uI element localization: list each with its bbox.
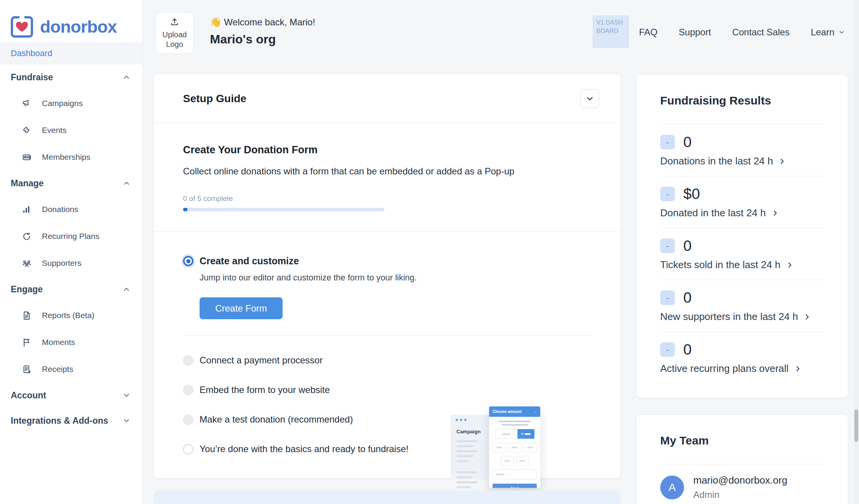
setup-guide-header: Setup Guide — [154, 74, 621, 123]
top-nav: FAQ Support Contact Sales Learn — [639, 25, 845, 40]
sidebar-item-label: Donations — [42, 205, 78, 214]
option-label: You’re done with the basics and ready to… — [200, 444, 408, 454]
fundraising-results-title: Fundraising Results — [636, 75, 848, 107]
sidebar-item-events[interactable]: Events — [0, 117, 142, 144]
amount-grid-mock — [501, 456, 529, 466]
radio-ready-to-fundraise[interactable] — [183, 444, 193, 454]
donorbox-dashboard: donorbox Dashboard Fundraise Campaigns E… — [0, 0, 859, 504]
radio-connect-payment-processor[interactable] — [183, 355, 193, 366]
logo-wordmark: donorbox — [40, 17, 117, 37]
currency-selector-mock — [495, 429, 534, 439]
stat-value: 0 — [683, 289, 692, 306]
sidebar-item-memberships[interactable]: Memberships — [0, 144, 142, 171]
sidebar-item-label: Campaigns — [42, 99, 83, 108]
sidebar-item-label: Memberships — [42, 153, 90, 162]
megaphone-icon — [22, 98, 32, 109]
progress-bar-fill — [183, 208, 187, 211]
sidebar-section-account[interactable]: Account — [0, 383, 142, 408]
sidebar-item-campaigns[interactable]: Campaigns — [0, 90, 142, 117]
sidebar-section-fundraise[interactable]: Fundraise — [0, 65, 142, 90]
setup-step-section: Create Your Donation Form Collect online… — [154, 123, 621, 211]
welcome-message: 👋 Welcome back, Mario! — [210, 17, 315, 28]
chevron-up-icon — [122, 73, 131, 81]
chevron-right-icon — [778, 158, 786, 165]
my-team-title: My Team — [636, 415, 848, 447]
stat-donations-24h: - 0 Donations in the last 24 h — [636, 124, 848, 176]
radio-embed-form[interactable] — [183, 385, 193, 395]
amount-grid-mock — [493, 443, 537, 452]
donorbox-logo-icon — [9, 14, 35, 40]
bar-chart-icon — [22, 204, 32, 215]
sidebar-section-engage[interactable]: Engage — [0, 277, 142, 302]
nav-faq[interactable]: FAQ — [639, 27, 658, 38]
chevron-down-icon — [122, 416, 131, 425]
member-role: Admin — [693, 489, 787, 500]
sidebar-item-donations[interactable]: Donations — [0, 196, 142, 223]
sidebar-item-recurring-plans[interactable]: Recurring Plans — [0, 223, 142, 250]
text-placeholder-bars — [456, 440, 477, 488]
stat-tickets-24h: - 0 Tickets sold in the last 24 h — [636, 228, 848, 280]
option-label: Make a test donation (recommended) — [200, 414, 353, 425]
nav-learn-label: Learn — [811, 27, 834, 38]
sidebar-item-label: Supporters — [42, 259, 82, 268]
option-row-payment-processor[interactable]: Connect a payment processor — [183, 355, 591, 366]
sidebar-item-supporters[interactable]: Supporters — [0, 250, 142, 277]
campaign-mock-label: Campaign — [456, 429, 481, 434]
option-row-embed-form[interactable]: Embed the form to your website — [183, 385, 591, 395]
collapse-setup-guide-button[interactable] — [580, 89, 599, 108]
report-doc-icon — [22, 310, 32, 321]
team-member-row: A mario@donorbox.org Admin — [636, 464, 848, 500]
custom-amount-input-mock — [493, 469, 537, 479]
stat-link[interactable]: Donated in the last 24 h — [660, 207, 824, 219]
scrollbar-thumb[interactable] — [854, 410, 858, 442]
stat-label: Donated in the last 24 h — [660, 207, 766, 219]
radio-create-and-customize[interactable] — [183, 256, 193, 266]
nav-support[interactable]: Support — [679, 27, 711, 38]
stat-badge: - — [660, 290, 675, 305]
donorbox-logo[interactable]: donorbox — [0, 0, 142, 42]
version-badge[interactable]: V1 DASHBOARD — [593, 15, 629, 48]
chevron-down-icon — [585, 94, 594, 103]
stat-badge: - — [660, 187, 675, 201]
option-description: Jump into our editor and customize the f… — [200, 273, 591, 283]
popup-header: Choose amount → — [489, 406, 540, 417]
stat-new-supporters-24h: - 0 New supporters in the last 24 h — [636, 280, 848, 332]
nav-contact-sales[interactable]: Contact Sales — [732, 27, 789, 38]
radio-test-donation[interactable] — [183, 414, 193, 425]
arrow-right-icon: → — [533, 410, 537, 414]
membership-card-icon — [22, 152, 32, 162]
upload-icon — [170, 17, 180, 27]
sidebar-item-label: Recurring Plans — [42, 232, 99, 241]
sidebar-section-integrations[interactable]: Integrations & Add-ons — [0, 408, 142, 433]
stat-badge: - — [660, 239, 675, 253]
chevron-right-icon — [786, 261, 794, 269]
nav-learn[interactable]: Learn — [811, 27, 845, 38]
stat-link[interactable]: New supporters in the last 24 h — [660, 311, 824, 323]
avatar: A — [660, 476, 684, 499]
upload-logo-button[interactable]: Upload Logo — [156, 12, 193, 54]
section-label: Engage — [11, 284, 43, 295]
sidebar-item-reports[interactable]: Reports (Beta) — [0, 302, 142, 329]
step-title: Create Your Donation Form — [183, 144, 591, 156]
stat-badge: - — [660, 342, 675, 357]
stat-link[interactable]: Tickets sold in the last 24 h — [660, 259, 824, 271]
chevron-up-icon — [122, 285, 131, 293]
sidebar-item-receipts[interactable]: Receipts — [0, 356, 142, 383]
sidebar-item-label: Receipts — [42, 365, 73, 374]
partially-visible-card — [154, 491, 621, 504]
chevron-right-icon — [794, 365, 802, 373]
stat-link[interactable]: Active recurring plans overall — [660, 363, 824, 375]
progress-label: 0 of 5 complete — [183, 194, 591, 203]
create-form-button[interactable]: Create Form — [200, 297, 283, 319]
sidebar-section-manage[interactable]: Manage — [0, 171, 142, 196]
option-label[interactable]: Create and customize — [200, 255, 299, 267]
stat-active-recurring-plans: - 0 Active recurring plans overall — [636, 332, 848, 383]
sidebar-item-label: Reports (Beta) — [42, 311, 95, 320]
page-scrollbar[interactable] — [854, 0, 859, 504]
donation-popup-mock: Choose amount → — [489, 406, 540, 488]
stat-label: Active recurring plans overall — [660, 363, 789, 375]
chevron-up-icon — [122, 179, 131, 187]
sidebar-item-moments[interactable]: Moments — [0, 329, 142, 356]
stat-link[interactable]: Donations in the last 24 h — [660, 155, 824, 167]
sidebar-item-dashboard[interactable]: Dashboard — [0, 42, 142, 65]
